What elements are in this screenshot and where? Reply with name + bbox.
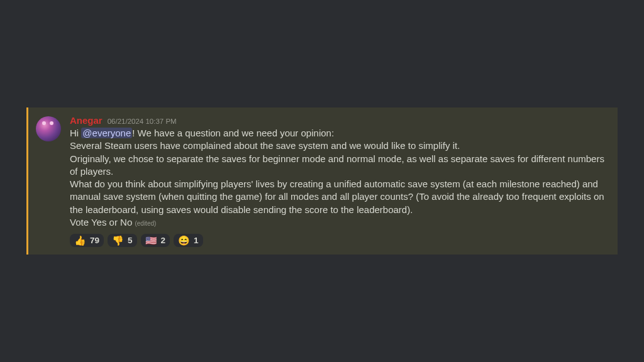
- mention-everyone[interactable]: @everyone: [81, 128, 132, 138]
- thumbs-up-icon: 👍: [74, 236, 86, 245]
- grin-icon: 😄: [178, 236, 190, 245]
- vote-text: Vote Yes or No: [70, 217, 132, 228]
- reactions-row: 👍 79 👎 5 🇺🇸 2 😄 1: [70, 234, 608, 247]
- flag-us-icon: 🇺🇸: [145, 236, 157, 245]
- body-line-2: Several Steam users have complained abou…: [70, 140, 608, 152]
- message-header: Anegar 06/21/2024 10:37 PM: [70, 115, 608, 126]
- reaction-count: 2: [161, 236, 166, 245]
- thumbs-down-icon: 👎: [112, 236, 124, 245]
- reaction-flag-us[interactable]: 🇺🇸 2: [141, 234, 170, 247]
- body-line-4: What do you think about simplifying play…: [70, 178, 608, 216]
- reaction-thumbs-up[interactable]: 👍 79: [70, 234, 104, 247]
- avatar[interactable]: [36, 116, 61, 141]
- timestamp: 06/21/2024 10:37 PM: [108, 118, 177, 125]
- reaction-grin[interactable]: 😄 1: [174, 234, 203, 247]
- message-content: Anegar 06/21/2024 10:37 PM Hi @everyone!…: [70, 115, 608, 247]
- reaction-count: 1: [194, 236, 199, 245]
- body-line-3: Originally, we chose to separate the sav…: [70, 153, 608, 178]
- greeting-pre: Hi: [70, 128, 81, 138]
- edited-label: (edited): [135, 220, 156, 227]
- reaction-count: 5: [128, 236, 133, 245]
- reaction-count: 79: [90, 236, 99, 245]
- message-body: Hi @everyone! We have a question and we …: [70, 127, 608, 229]
- author-name[interactable]: Anegar: [70, 115, 103, 126]
- reaction-thumbs-down[interactable]: 👎 5: [108, 234, 137, 247]
- greeting-post: ! We have a question and we need your op…: [132, 128, 334, 138]
- discord-message: Anegar 06/21/2024 10:37 PM Hi @everyone!…: [26, 107, 618, 255]
- body-line-5: Vote Yes or No (edited): [70, 216, 608, 229]
- body-line-1: Hi @everyone! We have a question and we …: [70, 127, 608, 140]
